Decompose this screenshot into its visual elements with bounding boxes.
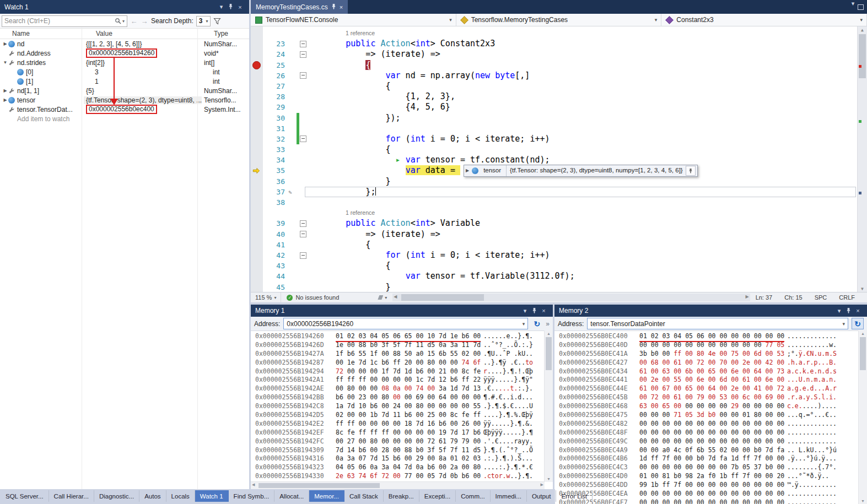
code-cleanup-button[interactable]: ▾ [378, 295, 387, 300]
breakpoint-margin[interactable] [251, 282, 263, 292]
watch-row[interactable]: [0]3int [0, 67, 249, 77]
breakpoint-margin[interactable] [251, 240, 263, 250]
breakpoint-margin[interactable] [251, 208, 263, 218]
memory-row[interactable]: 0x000002556B1943097d 14 b6 00 28 00 88 b… [255, 446, 545, 455]
memory-hex-bytes[interactable]: 00 68 00 61 00 72 00 70 00 2e 00 42 00 [639, 359, 787, 367]
watch-row[interactable]: ▶nd[1, 1]{5}NumShar... [0, 86, 249, 95]
memory2-vscrollbar[interactable]: ▲ ▼ [858, 330, 867, 504]
breakpoint-margin[interactable] [251, 218, 263, 229]
watch-name-cell[interactable]: ▶tensor [0, 96, 84, 104]
memory-hex-bytes[interactable]: ff ff 00 00 00 00 18 7d 16 b6 00 26 00 [336, 420, 483, 429]
codelens-references[interactable]: 1 reference [346, 28, 375, 39]
scrollbar-thumb[interactable] [546, 337, 552, 370]
memory-row[interactable]: 0x000002556B0EC46863 00 65 00 00 00 00 0… [559, 402, 859, 411]
code-line-34[interactable]: 34 ▸ var tensor = tf.constant(nd); [251, 155, 858, 165]
outlining-collapse-icon[interactable] [300, 72, 306, 79]
memory-row[interactable]: 0x000002556B19428700 1e 7d 1c b6 ff 20 0… [255, 359, 545, 367]
type-dropdown[interactable]: Tensorflow.MemoryTestingCases ▾ [456, 14, 662, 26]
memory1-vscrollbar[interactable]: ▲ ▼ [544, 330, 553, 482]
breakpoint-margin[interactable] [251, 197, 263, 208]
memory-row[interactable]: 0x000002556B0EC4F700 00 00 00 00 00 00 0… [559, 498, 859, 504]
expander-icon[interactable]: ▶ [2, 88, 8, 93]
breakpoint-margin[interactable] [251, 187, 263, 197]
codelens-row[interactable]: 1 reference [251, 28, 858, 39]
close-icon[interactable]: × [340, 4, 343, 10]
breakpoint-margin[interactable] [251, 261, 263, 271]
status-column[interactable]: Ch: 15 [784, 294, 802, 301]
breakpoint-margin[interactable] [251, 176, 263, 187]
memory-row[interactable]: 0x000002556B0EC47500 00 00 71 05 3d b0 0… [559, 411, 859, 420]
code-line-45[interactable]: 45 } [251, 282, 858, 292]
close-icon[interactable]: × [235, 4, 245, 10]
watch-row[interactable]: nd.Address0x000002556b194260void* [0, 48, 249, 58]
scroll-right-icon[interactable]: ▶ [745, 294, 748, 299]
toolbar-overflow-icon[interactable]: » [546, 320, 550, 328]
close-icon[interactable]: × [853, 307, 863, 314]
pin-icon[interactable] [530, 307, 539, 315]
memory-hex-bytes[interactable]: 00 72 00 61 00 79 00 53 00 6c 00 69 00 [639, 393, 787, 402]
memory-hex-bytes[interactable]: 00 00 00 00 00 00 00 00 00 00 00 00 00 [639, 437, 787, 446]
outlining-collapse-icon[interactable] [300, 41, 306, 47]
memory-row[interactable]: 0x000002556B1942D502 00 00 1b 7d 11 b6 0… [255, 411, 545, 420]
memory-row[interactable]: 0x000002556B19429472 00 00 00 1f 7d 1d b… [255, 367, 545, 376]
code-line-30[interactable]: 30 }); [251, 113, 858, 123]
memory1-address-input[interactable]: 0x000002556B194260 ▾ [283, 318, 528, 329]
status-line[interactable]: Ln: 37 [756, 294, 773, 301]
refresh-button[interactable]: ↻ [852, 318, 864, 329]
memory2-rows[interactable]: 0x000002556B0EC40001 02 03 04 05 06 00 0… [554, 330, 859, 504]
watch-value-cell[interactable]: {int[2]} [84, 59, 202, 67]
memory-hex-bytes[interactable]: 1d ff 7f 00 00 b0 7d fa 1d ff 7f 00 00 [639, 454, 787, 463]
bottom-tab-breakp[interactable]: Breakp... [384, 490, 419, 502]
outlining-collapse-icon[interactable] [300, 136, 306, 142]
memory-row[interactable]: 0x000002556B19426001 02 03 04 05 06 65 0… [255, 332, 545, 341]
scroll-down-icon[interactable]: ▼ [858, 286, 867, 291]
memory-row[interactable]: 0x000002556B1943302e 63 74 6f 72 00 77 0… [255, 472, 545, 481]
codelens-references[interactable]: 1 reference [346, 208, 375, 218]
memory-row[interactable]: 0x000002556B0EC49C00 00 00 00 00 00 00 0… [559, 437, 859, 446]
breakpoint-icon[interactable] [252, 61, 261, 69]
watch-row[interactable]: [1]1int [0, 77, 249, 86]
memory-hex-bytes[interactable]: 00 00 00 00 00 00 00 00 7b 05 37 b0 00 [639, 463, 787, 472]
watch-row[interactable]: ▶nd{[[1, 2, 3], [4, 5, 6]]}NumShar... [0, 39, 249, 48]
code-line-40[interactable]: 40 => (iterate) => [251, 229, 858, 240]
code-line-24[interactable]: 24 => (iterate) => [251, 49, 858, 59]
scroll-up-icon[interactable]: ▲ [545, 332, 553, 335]
code-line-29[interactable]: 29 {4, 5, 6} [251, 102, 858, 112]
bottom-tab-memor[interactable]: Memor... [309, 490, 344, 502]
outlining-collapse-icon[interactable] [300, 51, 306, 58]
memory-hex-bytes[interactable]: 00 00 00 00 00 00 00 00 00 00 00 00 00 [639, 420, 787, 429]
codelens-row[interactable]: 1 reference [251, 208, 858, 218]
watch-name-cell[interactable]: [0] [0, 68, 93, 76]
member-dropdown[interactable]: Constant2x3 ▾ [661, 14, 867, 26]
watch-name-cell[interactable]: Add item to watch [0, 115, 84, 123]
watch-value-cell[interactable]: {[[1, 2, 3], [4, 5, 6]]} [84, 40, 202, 48]
memory-hex-bytes[interactable]: b6 00 23 00 80 00 00 69 00 64 00 00 00 [336, 393, 483, 402]
memory-hex-bytes[interactable]: 1a 7d 10 b6 00 24 00 80 00 00 00 00 55 [336, 402, 483, 411]
memory-row[interactable]: 0x000002556B19427A1f b6 55 1f 00 88 50 a… [255, 350, 545, 359]
watch-name-cell[interactable]: nd.Address [0, 50, 84, 57]
memory-hex-bytes[interactable]: 00 00 00 00 00 00 00 00 00 00 00 00 00 [639, 429, 787, 437]
memory-hex-bytes[interactable]: 63 00 65 00 00 00 00 00 29 00 00 00 00 [639, 402, 787, 411]
memory-row[interactable]: 0x000002556B0EC40001 02 03 04 05 06 00 0… [559, 332, 859, 341]
memory-hex-bytes[interactable]: 2e 63 74 6f 72 00 77 00 05 7d 0b b6 00 [336, 472, 483, 481]
bottom-tab-find-symb[interactable]: Find Symb... [229, 490, 275, 502]
column-header-name[interactable]: Name [0, 30, 94, 37]
watch-row[interactable]: tensor.TensorDat...0x000002556b0ec400Sys… [0, 105, 249, 114]
bottom-tab-excepti[interactable]: Excepti... [419, 490, 456, 502]
memory-row[interactable]: 0x000002556B0EC4D001 00 81 b0 98 2a f0 1… [559, 472, 859, 481]
code-line-23[interactable]: 23 public Action<int> Constant2x3 [251, 39, 858, 49]
scroll-up-icon[interactable]: ▲ [859, 332, 867, 335]
scrollbar-thumb[interactable] [259, 483, 380, 488]
code-line-25[interactable]: 25 { [251, 60, 858, 71]
bottom-tab-call-stack[interactable]: Call Stack [344, 490, 384, 502]
memory-row[interactable]: 0x000002556B0EC4DD99 1b ff 7f 00 00 00 0… [559, 481, 859, 490]
memory-hex-bytes[interactable]: 00 27 00 80 00 00 00 00 72 61 79 79 00 [336, 437, 483, 446]
memory-row[interactable]: 0x000002556B1942AE00 80 00 00 08 0a 00 7… [255, 384, 545, 393]
bottom-tab-output[interactable]: Output [527, 490, 557, 502]
bottom-tab-watch-1[interactable]: Watch 1 [195, 490, 229, 502]
column-header-value[interactable]: Value [94, 30, 212, 37]
breakpoint-margin[interactable] [251, 123, 263, 134]
code-editor[interactable]: 1 reference23 public Action<int> Constan… [251, 26, 867, 292]
memory-hex-bytes[interactable]: 1e 00 88 b0 3f 5f 7f 11 d5 0a 3a 11 7d [336, 341, 483, 350]
memory-row[interactable]: 0x000002556B0EC4B61d ff 7f 00 00 b0 7d f… [559, 454, 859, 463]
